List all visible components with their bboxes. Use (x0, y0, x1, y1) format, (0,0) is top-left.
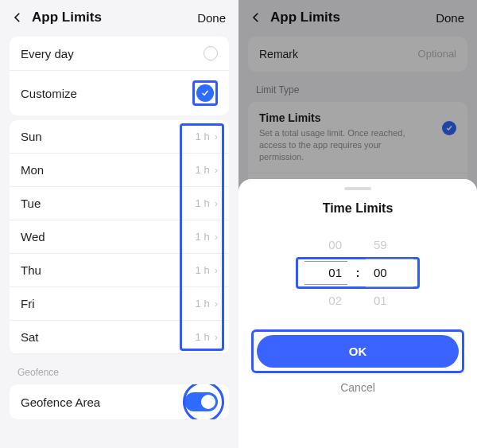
back-icon[interactable] (10, 10, 25, 25)
done-button[interactable]: Done (436, 11, 464, 25)
geofence-section-label: Geofence (0, 359, 238, 380)
remark-placeholder: Optional (418, 48, 456, 60)
hours-prev: 00 (328, 238, 342, 251)
geofence-row[interactable]: Geofence Area (10, 384, 229, 419)
left-header: App Limits Done (0, 0, 238, 32)
sheet-title: Time Limits (323, 201, 394, 216)
chevron-right-icon: › (215, 197, 218, 209)
every-day-label: Every day (21, 47, 74, 60)
chevron-right-icon: › (215, 264, 218, 276)
remark-row[interactable]: Remark Optional (248, 37, 467, 72)
remark-card: Remark Optional (248, 37, 467, 72)
time-picker-sheet: Time Limits 00 01 02 : 59 00 01 OK Cance… (238, 179, 477, 448)
geofence-card: Geofence Area (10, 384, 229, 419)
right-header: App Limits Done (238, 0, 477, 32)
day-row-fri[interactable]: Fri 1 h› (10, 287, 229, 321)
chevron-right-icon: › (215, 231, 218, 243)
minutes-next: 01 (374, 294, 387, 307)
left-pane: App Limits Done Every day Customize Sun … (0, 0, 238, 448)
time-limits-desc: Set a total usage limit. Once reached, a… (259, 127, 426, 163)
days-card: Sun 1 h› Mon 1 h› Tue 1 h› Wed 1 h› Thu … (10, 120, 229, 354)
day-row-wed[interactable]: Wed 1 h› (10, 220, 229, 254)
ok-highlight: OK (251, 329, 464, 373)
limit-type-section-label: Limit Type (238, 76, 477, 97)
check-icon (442, 121, 456, 135)
schedule-mode-card: Every day Customize (10, 37, 229, 115)
page-title: App Limits (32, 10, 102, 25)
geofence-toggle[interactable] (184, 392, 218, 411)
right-pane: App Limits Done Remark Optional Limit Ty… (238, 0, 477, 448)
page-title: App Limits (270, 10, 340, 25)
highlight-box (192, 80, 218, 106)
day-row-tue[interactable]: Tue 1 h› (10, 187, 229, 220)
radio-unchecked-icon[interactable] (204, 46, 218, 60)
hours-next: 02 (328, 294, 342, 307)
chevron-right-icon: › (215, 164, 218, 176)
time-limits-title: Time Limits (259, 111, 426, 124)
time-limits-row[interactable]: Time Limits Set a total usage limit. Onc… (248, 102, 467, 173)
day-row-thu[interactable]: Thu 1 h› (10, 254, 229, 287)
chevron-right-icon: › (215, 131, 218, 142)
picker-underline-right (296, 257, 420, 289)
radio-checked-icon[interactable] (196, 84, 214, 102)
day-row-sat[interactable]: Sat 1 h› (10, 321, 229, 354)
sheet-handle-icon[interactable] (344, 187, 371, 190)
done-button[interactable]: Done (197, 11, 226, 25)
geofence-label: Geofence Area (21, 395, 100, 409)
minutes-prev: 59 (374, 238, 387, 251)
customize-label: Customize (21, 87, 77, 100)
day-row-mon[interactable]: Mon 1 h› (10, 154, 229, 187)
toggle-knob-icon (201, 395, 215, 409)
ok-button[interactable]: OK (257, 335, 459, 368)
remark-label: Remark (259, 48, 298, 60)
back-icon[interactable] (248, 10, 264, 25)
day-row-sun[interactable]: Sun 1 h› (10, 120, 229, 154)
chevron-right-icon: › (215, 298, 218, 310)
cancel-button[interactable]: Cancel (340, 381, 375, 394)
customize-row[interactable]: Customize (10, 71, 229, 115)
time-picker[interactable]: 00 01 02 : 59 00 01 (251, 238, 464, 307)
chevron-right-icon: › (215, 331, 218, 343)
every-day-row[interactable]: Every day (10, 37, 229, 71)
